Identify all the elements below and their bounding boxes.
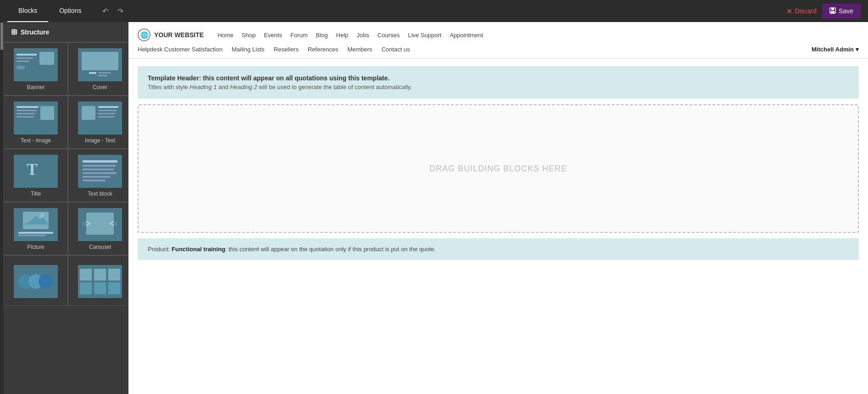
block-label-picture: Picture [27, 244, 44, 250]
svg-rect-6 [17, 61, 29, 62]
block-label-image-text: Image - Text [85, 137, 115, 144]
block-label-cover: Cover [93, 84, 107, 90]
block-label-title: Title [31, 191, 41, 197]
toolbar-tabs: Blocks Options [7, 0, 92, 22]
svg-rect-31 [83, 169, 114, 170]
save-icon [829, 7, 836, 15]
nav-link-forum[interactable]: Forum [290, 32, 308, 39]
nav-admin-user[interactable]: Mitchell Admin ▾ [812, 46, 859, 53]
product-box: Product: Functional training: this conte… [138, 238, 859, 260]
nav-link-helpdesk[interactable]: Helpdesk Customer Satisfaction [138, 46, 223, 53]
discard-button[interactable]: ✕ Discard [781, 4, 822, 18]
svg-rect-23 [98, 110, 117, 111]
template-header-subtitle: Titles with style Heading 1 and Heading … [148, 84, 849, 90]
svg-rect-15 [17, 106, 39, 108]
sidebar-scrollbar-track[interactable] [0, 22, 4, 394]
block-label-text-image: Text - Image [21, 137, 51, 144]
drop-zone[interactable]: DRAG BUILDING BLOCKS HERE [138, 104, 859, 233]
svg-rect-5 [17, 57, 33, 59]
svg-point-50 [39, 274, 53, 289]
block-item-multi-image[interactable] [68, 255, 132, 306]
svg-rect-8 [17, 66, 25, 69]
svg-rect-25 [98, 116, 115, 118]
toolbar: Blocks Options ↶ ↷ ✕ Discard Save [0, 0, 868, 22]
svg-rect-29 [83, 160, 117, 163]
block-item-image-text[interactable]: Image - Text [68, 96, 132, 149]
drop-zone-text: DRAG BUILDING BLOCKS HERE [429, 164, 567, 174]
blocks-grid: Banner Cover [4, 42, 132, 306]
svg-rect-53 [94, 269, 106, 281]
nav-link-events[interactable]: Events [264, 32, 282, 39]
content-area: 🌐 YOUR WEBSITE Home Shop Events Forum Bl… [128, 22, 868, 394]
nav-link-resellers[interactable]: Resellers [274, 46, 299, 53]
nav-link-shop[interactable]: Shop [242, 32, 256, 39]
template-header-box: Template Header: this content will appea… [138, 66, 859, 99]
nav-admin-chevron-icon: ▾ [856, 46, 859, 53]
nav-link-home[interactable]: Home [217, 32, 234, 39]
block-preview-text-block [78, 155, 122, 188]
undo-button[interactable]: ↶ [100, 5, 111, 17]
nav-link-blog[interactable]: Blog [316, 32, 328, 39]
block-preview-multi-image [78, 265, 122, 298]
sidebar-scrollbar-thumb[interactable] [0, 23, 3, 50]
svg-rect-34 [83, 180, 106, 181]
tab-options[interactable]: Options [48, 0, 92, 22]
nav-top: 🌐 YOUR WEBSITE Home Shop Events Forum Bl… [138, 22, 859, 46]
svg-rect-32 [83, 172, 117, 174]
svg-rect-36 [18, 232, 53, 234]
nav-bar: 🌐 YOUR WEBSITE Home Shop Events Forum Bl… [128, 22, 868, 59]
block-preview-carousel [78, 208, 122, 241]
block-preview-image-text [78, 101, 122, 135]
block-item-dots[interactable] [4, 255, 68, 306]
nav-link-mailing[interactable]: Mailing Lists [232, 46, 265, 53]
nav-link-help[interactable]: Help [336, 32, 349, 39]
nav-link-members[interactable]: Members [347, 46, 372, 53]
template-header-title: Template Header: this content will appea… [148, 74, 849, 82]
structure-header: ⊞ Structure [4, 22, 132, 42]
save-button[interactable]: Save [822, 4, 861, 19]
block-label-text-block: Text block [88, 191, 112, 197]
block-item-text-image[interactable]: Text - Image [4, 96, 68, 149]
sidebar-wrapper: ⊞ Structure [0, 22, 128, 394]
nav-link-contact[interactable]: Contact us [381, 46, 410, 53]
nav-link-references[interactable]: References [308, 46, 338, 53]
block-preview-text-image [14, 101, 58, 135]
block-item-banner[interactable]: Banner [4, 42, 68, 96]
nav-link-appointment[interactable]: Appointment [450, 32, 483, 39]
tab-blocks[interactable]: Blocks [7, 0, 48, 22]
block-label-carousel: Carousel [89, 244, 111, 250]
svg-rect-57 [108, 282, 120, 294]
block-preview-title: T [14, 155, 58, 188]
block-preview-picture [14, 208, 58, 241]
nav-link-jobs[interactable]: Jobs [356, 32, 369, 39]
svg-rect-52 [80, 269, 92, 281]
website-frame: 🌐 YOUR WEBSITE Home Shop Events Forum Bl… [128, 22, 868, 394]
block-preview-dots [14, 265, 58, 298]
block-item-carousel[interactable]: Carousel [68, 202, 132, 255]
svg-rect-17 [17, 113, 35, 114]
svg-rect-13 [98, 75, 107, 76]
svg-rect-30 [83, 165, 116, 167]
svg-rect-2 [831, 11, 835, 13]
svg-rect-37 [18, 235, 46, 236]
svg-text:T: T [27, 160, 38, 179]
structure-grid-icon: ⊞ [11, 28, 17, 36]
block-preview-cover [78, 48, 122, 81]
block-item-text-block[interactable]: Text block [68, 149, 132, 202]
svg-rect-12 [98, 72, 111, 73]
svg-rect-24 [98, 113, 116, 114]
block-item-picture[interactable]: Picture [4, 202, 68, 255]
block-label-banner: Banner [27, 84, 45, 90]
nav-links-top: Home Shop Events Forum Blog Help Jobs Co… [217, 32, 483, 39]
svg-rect-11 [89, 72, 96, 74]
block-item-cover[interactable]: Cover [68, 42, 132, 96]
svg-rect-55 [80, 282, 92, 294]
redo-button[interactable]: ↷ [115, 5, 126, 17]
block-item-title[interactable]: T Title [4, 149, 68, 202]
nav-link-courses[interactable]: Courses [378, 32, 400, 39]
svg-rect-16 [17, 110, 37, 111]
svg-rect-7 [39, 52, 54, 65]
nav-link-live-support[interactable]: Live Support [408, 32, 441, 39]
nav-links-bottom: Helpdesk Customer Satisfaction Mailing L… [138, 46, 859, 58]
nav-logo: 🌐 YOUR WEBSITE [138, 28, 204, 41]
